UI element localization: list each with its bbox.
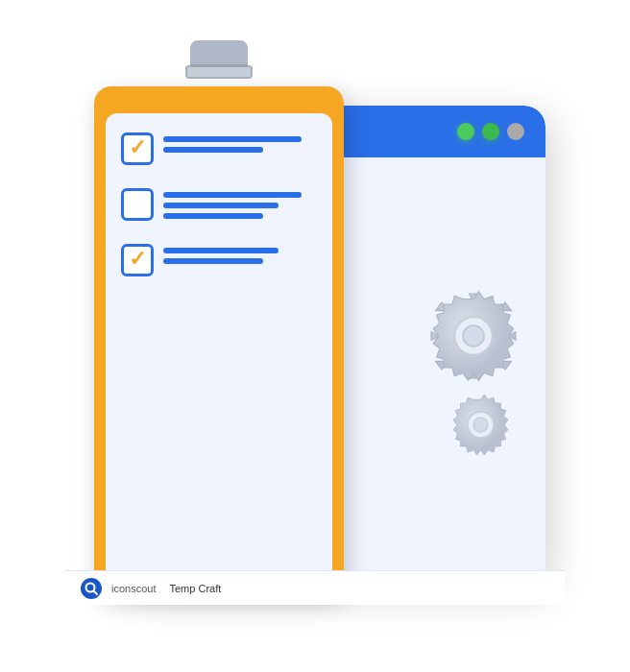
line [163,136,302,142]
line [163,192,302,198]
browser-window-controls [457,123,524,140]
checklist-item-1: ✓ [121,132,317,165]
line [163,248,279,253]
checkbox-2 [121,188,154,221]
dot-1 [457,123,474,140]
clipboard-paper: ✓ [106,113,332,584]
svg-point-5 [473,418,488,432]
item-lines-2 [163,188,317,219]
line [163,147,263,153]
item-lines-1 [163,132,317,153]
bottom-logo-icon [81,578,102,599]
clipboard: ✓ [94,58,344,595]
svg-point-3 [463,325,484,347]
gear-large-icon [421,283,526,389]
footer-brand: iconscout [111,583,156,594]
clipboard-body: ✓ [94,86,344,595]
checklist-item-3: ✓ [121,244,317,276]
line [163,203,279,208]
svg-line-7 [94,590,98,594]
item-lines-3 [163,244,317,264]
checkbox-1: ✓ [121,132,154,165]
bottom-bar: iconscout Temp Craft [65,570,565,605]
checkmark-icon-3: ✓ [129,249,146,270]
scene: iconscout Temp Craft [65,67,565,605]
gear-container [421,186,526,557]
checklist-item-2 [121,188,317,221]
clipboard-clip-icon [190,40,248,88]
checkbox-3: ✓ [121,244,154,276]
dot-2 [482,123,499,140]
gear-small-icon [445,389,517,461]
line [163,213,263,219]
footer-tagline: Temp Craft [169,583,221,594]
line [163,258,263,264]
checkmark-icon-1: ✓ [129,137,146,158]
dot-3 [507,123,524,140]
